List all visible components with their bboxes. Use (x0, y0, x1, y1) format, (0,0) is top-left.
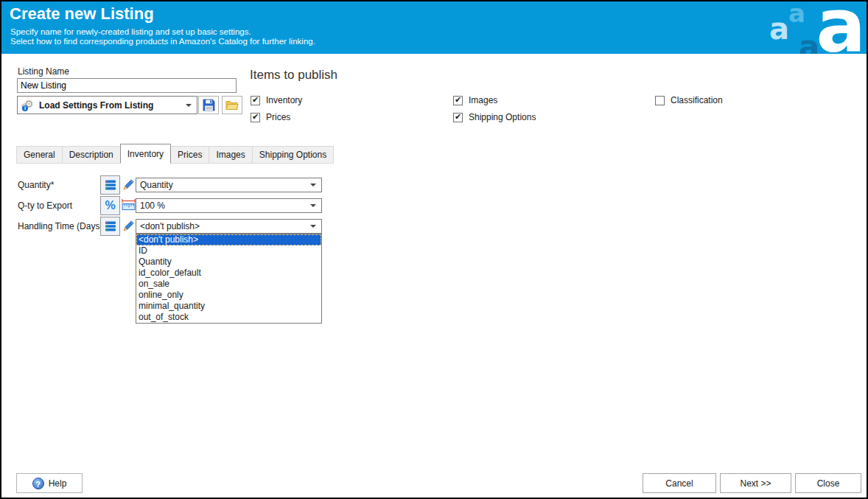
qty-export-measure-button[interactable] (120, 198, 136, 212)
quantity-value: Quantity (136, 180, 310, 190)
tab-inventory[interactable]: Inventory (120, 144, 171, 164)
load-settings-combobox[interactable]: ⚙⚙i Load Settings From Listing (17, 96, 197, 114)
checkbox-box[interactable] (251, 113, 260, 122)
amazon-a-logo-big: a (816, 1, 866, 54)
quantity-edit-button[interactable] (121, 178, 135, 192)
percent-icon: % (105, 199, 115, 212)
checkbox-box[interactable] (251, 96, 260, 105)
checkbox-box[interactable] (655, 96, 665, 105)
quantity-label: Quantity* (18, 180, 54, 190)
help-question-icon: ? (32, 478, 44, 489)
tab-prices[interactable]: Prices (170, 146, 209, 164)
pencil-icon (122, 178, 135, 192)
create-new-listing-dialog: Create new Listing Specify name for newl… (0, 0, 868, 499)
cancel-button-label: Cancel (665, 478, 693, 489)
checkbox-box[interactable] (453, 113, 463, 122)
dropdown-option-out-of-stock[interactable]: out_of_stock (136, 312, 321, 323)
checkbox-classification[interactable]: Classification (655, 95, 723, 105)
close-button-label: Close (817, 478, 840, 489)
checkbox-shipping-options[interactable]: Shipping Options (453, 112, 536, 122)
dropdown-option-id-color-default[interactable]: id_color_default (136, 268, 321, 279)
chevron-down-icon (310, 184, 316, 186)
quantity-mapping-button[interactable] (100, 175, 120, 195)
pencil-icon (122, 220, 135, 233)
header-subtitle-2: Select how to find corresponding product… (10, 37, 315, 46)
header-subtitle-1: Specify name for newly-created listing a… (10, 27, 251, 36)
page-title: Create new Listing (10, 4, 154, 24)
handling-time-mapping-button[interactable] (100, 217, 120, 236)
help-button[interactable]: ? Help (16, 473, 83, 493)
chevron-down-icon (186, 104, 192, 107)
list-mapping-icon (105, 179, 116, 191)
save-floppy-icon (203, 99, 215, 111)
settings-tab-strip: General Description Inventory Prices Ima… (17, 144, 334, 164)
next-button[interactable]: Next >> (720, 473, 791, 493)
checkbox-label: Prices (266, 112, 290, 122)
handling-time-combobox[interactable]: <don't publish> (136, 219, 322, 234)
dialog-header: Create new Listing Specify name for newl… (1, 1, 867, 54)
chevron-down-icon (310, 225, 316, 228)
qty-to-export-label: Q-ty to Export (18, 200, 72, 211)
cancel-button[interactable]: Cancel (643, 473, 716, 493)
dropdown-option-minimal-quantity[interactable]: minimal_quantity (136, 301, 321, 312)
gear-settings-icon: ⚙⚙i (21, 99, 35, 112)
checkbox-inventory[interactable]: Inventory (251, 95, 302, 105)
ruler-icon (121, 198, 136, 212)
qty-export-combobox[interactable]: 100 % (136, 198, 322, 213)
dropdown-option-dont-publish[interactable]: <don't publish> (136, 234, 321, 245)
qty-export-percent-button[interactable]: % (100, 196, 120, 215)
qty-export-value: 100 % (136, 200, 310, 211)
dropdown-option-id[interactable]: ID (136, 245, 321, 257)
handling-time-dropdown-list: <don't publish> ID Quantity id_color_def… (136, 234, 322, 324)
dropdown-option-on-sale[interactable]: on_sale (136, 279, 321, 290)
checkbox-label: Images (469, 95, 497, 105)
checkbox-prices[interactable]: Prices (251, 112, 290, 122)
save-settings-button[interactable] (198, 96, 219, 114)
tab-images[interactable]: Images (209, 146, 252, 164)
tab-shipping-options[interactable]: Shipping Options (252, 146, 334, 164)
checkbox-label: Inventory (266, 95, 302, 105)
amazon-a-logo-small: a (788, 1, 805, 26)
amazon-a-logo-light: a (769, 14, 789, 43)
quantity-combobox[interactable]: Quantity (136, 178, 322, 192)
load-settings-label: Load Settings From Listing (35, 100, 186, 111)
dropdown-option-online-only[interactable]: online_only (136, 290, 321, 301)
list-mapping-icon (105, 220, 116, 232)
checkbox-box[interactable] (453, 96, 463, 105)
close-button[interactable]: Close (795, 473, 861, 493)
next-button-label: Next >> (740, 478, 771, 489)
tab-general[interactable]: General (16, 146, 63, 164)
load-from-file-button[interactable] (222, 96, 242, 114)
help-button-label: Help (49, 478, 67, 489)
checkbox-label: Shipping Options (469, 112, 536, 122)
handling-time-label: Handling Time (Days) (18, 221, 102, 231)
items-to-publish-title: Items to publish (250, 68, 337, 83)
checkbox-label: Classification (671, 95, 723, 105)
tab-description[interactable]: Description (62, 146, 121, 164)
handling-time-value: <don't publish> (136, 221, 310, 231)
listing-name-label: Listing Name (18, 66, 69, 77)
checkbox-images[interactable]: Images (453, 95, 497, 105)
chevron-down-icon (310, 204, 316, 207)
open-folder-icon (225, 100, 239, 111)
handling-time-edit-button[interactable] (121, 219, 135, 233)
listing-name-input[interactable] (17, 78, 237, 93)
dropdown-option-quantity[interactable]: Quantity (136, 257, 321, 268)
